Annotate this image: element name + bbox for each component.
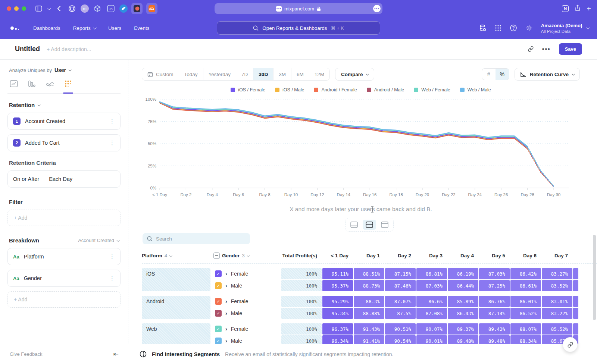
day-column-header[interactable]: Day 6 (510, 253, 541, 258)
tab-insights[interactable] (10, 80, 18, 93)
retention-value-cell[interactable]: 90.01% (416, 335, 447, 345)
retention-section-label[interactable]: Retention (9, 102, 35, 108)
retention-criteria-card[interactable]: On or After Each Day (7, 170, 121, 188)
select-all-checkbox[interactable] (213, 252, 220, 259)
retention-value-cell[interactable]: 88.3% (354, 296, 384, 307)
day-column-header[interactable]: Day 1 (354, 253, 384, 258)
expand-row-icon[interactable]: › (225, 283, 227, 289)
settings-gear-icon[interactable] (525, 24, 533, 32)
retention-value-cell[interactable]: 89.42% (479, 323, 510, 335)
series-checkbox[interactable]: ✓ (215, 326, 222, 332)
minimize-window-button[interactable] (14, 6, 19, 11)
add-filter-button[interactable]: + Add (7, 210, 121, 226)
retention-value-cell[interactable]: 86.01% (510, 296, 541, 307)
add-description-field[interactable]: + Add description... (47, 46, 91, 52)
expand-row-icon[interactable]: › (225, 310, 227, 316)
retention-value-cell[interactable]: 86.61% (510, 280, 541, 291)
legend-item[interactable]: Web / Male (460, 87, 491, 92)
retention-value-cell[interactable]: 89.48% (479, 335, 510, 345)
criteria-operator[interactable]: On or After (13, 176, 39, 182)
address-more-icon[interactable]: ••• (373, 5, 381, 12)
target-extension-icon[interactable] (67, 4, 77, 13)
browser-sidebar-icon[interactable] (35, 6, 42, 12)
tab-retention[interactable] (64, 80, 72, 93)
day-column-header[interactable]: Day 5 (479, 253, 510, 258)
collapse-sidebar-icon[interactable]: ⇤ (113, 350, 119, 358)
retention-value-cell[interactable]: 96.37% (322, 323, 353, 335)
expand-row-icon[interactable]: › (225, 298, 227, 304)
maximize-window-button[interactable] (22, 6, 26, 11)
range-button-30d[interactable]: 30D (253, 68, 274, 80)
retention-value-cell[interactable]: 87.14% (479, 308, 510, 319)
retention-value-cell[interactable]: 95.11% (322, 268, 353, 279)
cube-extension-icon[interactable] (93, 4, 102, 13)
kebab-menu-icon[interactable]: ⋮ (109, 139, 115, 146)
retention-value-cell[interactable]: 88.51% (354, 268, 384, 279)
range-button-custom[interactable]: Custom (142, 68, 179, 80)
help-icon[interactable] (510, 24, 517, 32)
range-button-3m[interactable]: 3M (274, 68, 291, 80)
red-app-extension-icon[interactable] (131, 3, 143, 14)
retention-value-cell[interactable]: 86.43% (448, 308, 478, 319)
retention-value-cell[interactable]: 85.52% (542, 323, 572, 335)
report-title[interactable]: Untitled (15, 45, 40, 53)
retention-chart[interactable]: 0%25%50%75%100%< 1 DayDay 2Day 4Day 6Day… (142, 95, 597, 205)
retention-value-cell[interactable]: 83.27% (542, 268, 572, 279)
retention-value-cell[interactable]: 90.54% (385, 335, 416, 345)
retention-value-cell[interactable]: 90.07% (416, 323, 447, 335)
retention-step-2[interactable]: 2 Added To Cart ⋮ (7, 134, 121, 151)
percent-toggle-button[interactable]: % (496, 69, 509, 80)
nav-item-dashboards[interactable]: Dashboards (33, 25, 60, 31)
day-column-header[interactable]: Day 2 (385, 253, 416, 258)
expand-row-icon[interactable]: › (225, 271, 227, 277)
range-button-12m[interactable]: 12M (309, 68, 329, 80)
global-search-input[interactable]: Open Reports & Dashboards ⌘ + K (217, 21, 380, 35)
data-management-icon[interactable] (479, 24, 487, 32)
retention-value-cell[interactable]: 95.29% (322, 296, 353, 307)
series-checkbox[interactable]: ✓ (215, 270, 222, 277)
chevron-down-icon[interactable] (47, 7, 50, 10)
retention-value-cell[interactable]: 88.88% (354, 308, 384, 319)
nav-item-reports[interactable]: Reports (73, 25, 96, 31)
retention-value-cell[interactable]: 89.48% (448, 335, 478, 345)
retention-value-cell[interactable]: 86.6% (416, 296, 447, 307)
tab-funnels[interactable] (28, 80, 36, 93)
give-feedback-link[interactable]: Give Feedback (10, 351, 42, 357)
criteria-interval[interactable]: Each Day (49, 176, 72, 182)
new-tab-icon[interactable]: + (587, 4, 591, 13)
retention-value-cell[interactable]: 88.07% (510, 323, 541, 335)
js-extension-icon[interactable]: JS (106, 4, 116, 13)
retention-value-cell[interactable]: 95.37% (322, 280, 353, 291)
retention-value-cell[interactable]: 87.25% (479, 280, 510, 291)
range-button-yesterday[interactable]: Yesterday (203, 68, 237, 80)
platform-column-header[interactable]: Platform 4 (142, 252, 210, 259)
vertical-scrollbar[interactable] (593, 235, 596, 320)
tab-flows[interactable] (46, 80, 54, 93)
retention-value-cell[interactable]: 87.07% (385, 296, 416, 307)
platform-name-cell[interactable]: iOS (142, 268, 210, 291)
total-profiles-header[interactable]: Total Profile(s) (281, 253, 322, 258)
retention-value-cell[interactable]: 86.52% (510, 308, 541, 319)
retention-value-cell[interactable]: 86.42% (510, 268, 541, 279)
legend-item[interactable]: Web / Female (414, 87, 450, 92)
retention-value-cell[interactable]: 83.52% (542, 280, 572, 291)
retention-step-1[interactable]: 1 Account Created ⋮ (7, 113, 121, 130)
range-button-7d[interactable]: 7D (236, 68, 253, 80)
close-window-button[interactable] (7, 6, 11, 11)
retention-value-cell[interactable]: 87.5% (385, 308, 416, 319)
day-column-header[interactable]: Day 7 (542, 253, 572, 258)
notion-extension-icon[interactable]: N (562, 5, 569, 12)
share-icon[interactable] (575, 4, 581, 13)
more-options-icon[interactable]: ••• (542, 46, 551, 53)
series-checkbox[interactable]: ✓ (215, 282, 222, 289)
avatar-m-extension-icon[interactable]: m (81, 4, 89, 13)
bird-extension-icon[interactable] (119, 4, 128, 13)
platform-name-cell[interactable]: Android (142, 296, 210, 319)
breakdown-applies-to-dropdown[interactable]: Account Created (78, 238, 119, 243)
share-link-floating-button[interactable] (563, 337, 578, 352)
retention-value-cell[interactable]: 87.03% (416, 280, 447, 291)
retention-value-cell[interactable]: 83.22% (542, 308, 572, 319)
range-button-today[interactable]: Today (179, 68, 203, 80)
layout-split-button[interactable] (363, 220, 376, 230)
mixpanel-logo-icon[interactable] (10, 26, 19, 30)
